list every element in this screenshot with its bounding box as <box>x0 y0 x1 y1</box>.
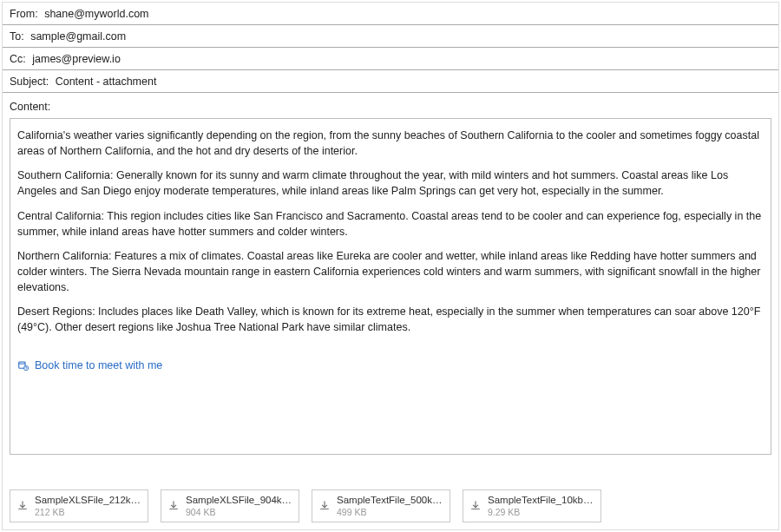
from-value: shane@myworld.com <box>44 8 148 20</box>
attachment-filename: SampleXLSFile_904kb.xls <box>186 495 292 506</box>
from-label: From: <box>10 8 38 20</box>
attachment-filename: SampleTextFile_10kb.txt <box>488 495 594 506</box>
book-meeting-link[interactable]: Book time to meet with me <box>17 358 764 373</box>
calendar-icon <box>17 360 30 371</box>
attachment-filename: SampleTextFile_500kb.p... <box>337 495 443 506</box>
from-field[interactable]: From: shane@myworld.com <box>3 3 778 25</box>
attachment-size: 499 KB <box>337 507 443 517</box>
attachment-item[interactable]: SampleTextFile_500kb.p... 499 KB <box>312 489 450 522</box>
subject-value: Content - attachment <box>56 76 157 88</box>
body-paragraph: Northern California: Features a mix of c… <box>17 248 764 295</box>
body-paragraph: California's weather varies significantl… <box>17 128 764 159</box>
body-paragraph: Southern California: Generally known for… <box>17 167 764 199</box>
attachment-size: 9.29 KB <box>488 507 594 517</box>
to-field[interactable]: To: sample@gmail.com <box>3 25 778 48</box>
subject-field[interactable]: Subject: Content - attachment <box>3 70 778 93</box>
download-icon <box>318 500 331 512</box>
download-icon <box>16 500 29 512</box>
attachment-item[interactable]: SampleXLSFile_212kb.xls 212 KB <box>10 489 148 522</box>
subject-label: Subject: <box>10 76 49 88</box>
to-label: To: <box>10 30 24 43</box>
email-body[interactable]: California's weather varies significantl… <box>10 118 771 455</box>
attachment-filename: SampleXLSFile_212kb.xls <box>35 495 141 506</box>
cc-label: Cc: <box>10 53 26 65</box>
body-paragraph: Central California: This region includes… <box>17 208 764 240</box>
content-label: Content: <box>3 93 778 116</box>
to-value: sample@gmail.com <box>30 30 126 43</box>
attachment-size: 904 KB <box>186 507 292 517</box>
book-meeting-text: Book time to meet with me <box>35 358 162 373</box>
attachment-size: 212 KB <box>35 507 141 517</box>
attachment-item[interactable]: SampleXLSFile_904kb.xls 904 KB <box>161 489 299 522</box>
cc-field[interactable]: Cc: james@preview.io <box>3 48 778 70</box>
download-icon <box>469 500 482 512</box>
cc-value: james@preview.io <box>32 53 121 65</box>
body-paragraph: Desert Regions: Includes places like Dea… <box>17 304 764 335</box>
attachments-row: SampleXLSFile_212kb.xls 212 KB SampleXLS… <box>10 489 601 522</box>
email-compose-panel: From: shane@myworld.com To: sample@gmail… <box>2 2 779 530</box>
download-icon <box>167 500 180 512</box>
attachment-item[interactable]: SampleTextFile_10kb.txt 9.29 KB <box>463 489 601 522</box>
